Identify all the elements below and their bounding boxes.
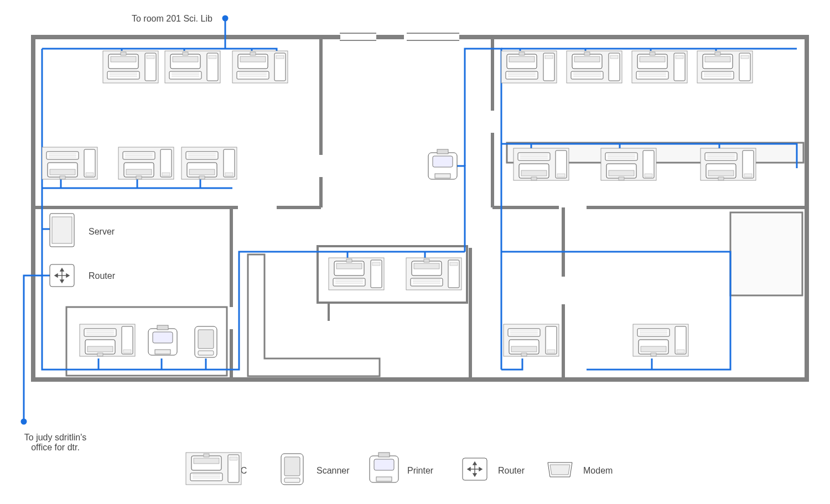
printer-icon: [148, 325, 177, 355]
legend-printer-icon: [370, 453, 398, 482]
svg-rect-60: [730, 212, 802, 295]
scanner-icon: [195, 326, 217, 357]
pc-icon: [181, 147, 237, 179]
legend-scanner-icon: [281, 454, 303, 485]
floorplan-svg: [0, 0, 830, 504]
walls: [33, 33, 807, 380]
router-icon: [50, 264, 74, 287]
legend-pc-icon: [186, 453, 241, 485]
pc-icon: [513, 148, 569, 180]
pc-icon: [501, 51, 557, 83]
legend: [186, 453, 572, 485]
svg-point-62: [22, 419, 26, 424]
pc-icon: [701, 148, 756, 180]
pc-icon: [103, 51, 158, 83]
pc-icon: [633, 324, 688, 356]
pc-icon: [504, 324, 559, 356]
pc-icon: [42, 147, 97, 179]
pc-icon: [165, 51, 220, 83]
pc-icon: [406, 258, 461, 290]
legend-router-icon: [463, 458, 487, 480]
pc-icon: [632, 51, 687, 83]
printer-icon: [428, 149, 457, 179]
pc-icon: [118, 147, 174, 179]
pc-icon: [232, 51, 288, 83]
devices: [42, 51, 756, 357]
server-icon: [50, 214, 74, 247]
diagram-canvas: To room 201 Sci. Lib To judy sdritlin's …: [0, 0, 830, 504]
pc-icon: [697, 51, 753, 83]
pc-icon: [567, 51, 622, 83]
pc-icon: [601, 148, 656, 180]
pc-icon: [80, 324, 135, 356]
legend-modem-icon: [548, 463, 572, 477]
pc-icon: [329, 258, 384, 290]
